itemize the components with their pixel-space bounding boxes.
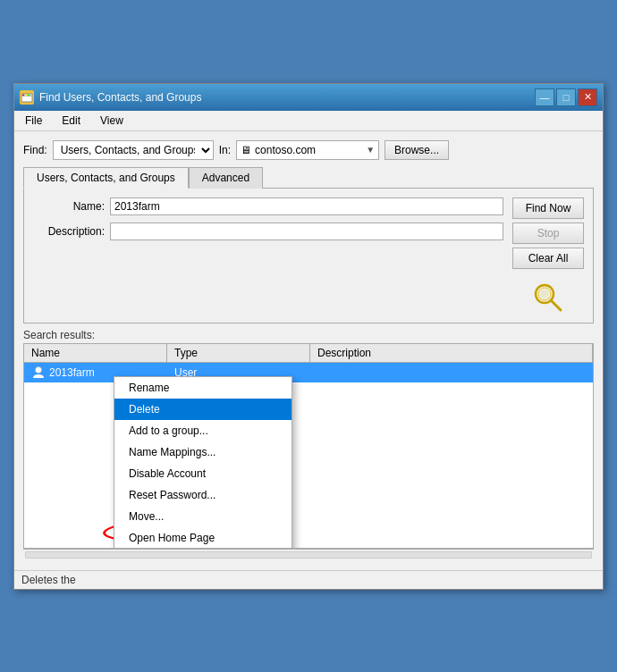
tab-container: Users, Contacts, and Groups Advanced — [23, 167, 594, 189]
results-header: Name Type Description — [24, 344, 593, 363]
find-label: Find: — [23, 144, 47, 156]
search-fields: Name: Description: — [33, 197, 503, 314]
in-label: In: — [219, 144, 231, 156]
ctx-name-mappings[interactable]: Name Mappings... — [114, 441, 292, 463]
name-row: Name: — [33, 197, 503, 215]
title-bar: Find Users, Contacts, and Groups — □ ✕ — [14, 84, 603, 111]
content-area: Find: Users, Contacts, and Groups In: 🖥 … — [14, 131, 603, 570]
status-bar: Deletes the — [14, 570, 603, 589]
ctx-reset-password[interactable]: Reset Password... — [114, 484, 292, 506]
domain-text: contoso.com — [255, 144, 362, 156]
svg-line-7 — [551, 300, 561, 310]
col-description: Description — [310, 344, 593, 362]
maximize-button[interactable]: □ — [556, 88, 576, 106]
window-icon — [20, 90, 34, 105]
horizontal-scrollbar[interactable] — [23, 549, 594, 561]
search-panel: Name: Description: Find Now Stop Clear A… — [23, 189, 594, 323]
table-row[interactable]: 2013farm User — [24, 363, 593, 382]
svg-point-3 — [25, 94, 27, 96]
search-magnifier-icon — [532, 281, 564, 314]
search-buttons: Find Now Stop Clear All — [512, 197, 584, 314]
find-row: Find: Users, Contacts, and Groups In: 🖥 … — [23, 140, 594, 160]
browse-button[interactable]: Browse... — [385, 140, 449, 160]
title-bar-left: Find Users, Contacts, and Groups — [20, 90, 201, 105]
ctx-delete[interactable]: Delete — [114, 399, 292, 420]
user-icon — [31, 365, 46, 380]
svg-point-2 — [22, 94, 24, 96]
domain-dropdown-icon: ▼ — [366, 145, 375, 155]
description-input[interactable] — [110, 223, 503, 240]
menu-bar: File Edit View — [14, 111, 603, 131]
results-label: Search results: — [23, 329, 594, 341]
ctx-open-home-page[interactable]: Open Home Page — [114, 527, 292, 549]
tab-advanced[interactable]: Advanced — [189, 167, 263, 189]
menu-edit[interactable]: Edit — [56, 113, 86, 129]
col-type: Type — [167, 344, 310, 362]
minimize-button[interactable]: — — [535, 88, 554, 106]
col-name: Name — [24, 344, 167, 362]
find-now-button[interactable]: Find Now — [512, 197, 584, 219]
domain-selector[interactable]: 🖥 contoso.com ▼ — [236, 140, 379, 160]
name-input[interactable] — [110, 197, 503, 215]
stop-button[interactable]: Stop — [512, 223, 584, 244]
cell-description — [310, 371, 593, 374]
ctx-add-to-group[interactable]: Add to a group... — [114, 420, 292, 441]
menu-view[interactable]: View — [95, 113, 129, 129]
tab-users-contacts-groups[interactable]: Users, Contacts, and Groups — [23, 167, 189, 189]
menu-file[interactable]: File — [20, 113, 47, 129]
scrollbar-track — [25, 551, 592, 559]
window-title: Find Users, Contacts, and Groups — [39, 91, 201, 104]
search-icon-container — [512, 281, 584, 314]
svg-point-4 — [28, 94, 30, 96]
clear-all-button[interactable]: Clear All — [512, 248, 584, 269]
title-buttons: — □ ✕ — [535, 88, 597, 106]
description-row: Description: — [33, 223, 503, 240]
name-label: Name: — [33, 200, 105, 213]
svg-point-8 — [540, 290, 549, 298]
ctx-move[interactable]: Move... — [114, 506, 292, 527]
results-table: Name Type Description 2013farm User — [23, 343, 594, 549]
status-text: Deletes the — [21, 574, 76, 586]
find-select[interactable]: Users, Contacts, and Groups — [53, 140, 214, 160]
ctx-disable-account[interactable]: Disable Account — [114, 463, 292, 484]
ctx-rename[interactable]: Rename — [114, 377, 292, 399]
main-window: Find Users, Contacts, and Groups — □ ✕ F… — [13, 83, 604, 590]
context-menu: Rename Delete Add to a group... Name Map… — [114, 376, 292, 549]
description-label: Description: — [33, 225, 105, 238]
domain-icon: 🖥 — [241, 144, 251, 156]
close-button[interactable]: ✕ — [578, 88, 597, 106]
